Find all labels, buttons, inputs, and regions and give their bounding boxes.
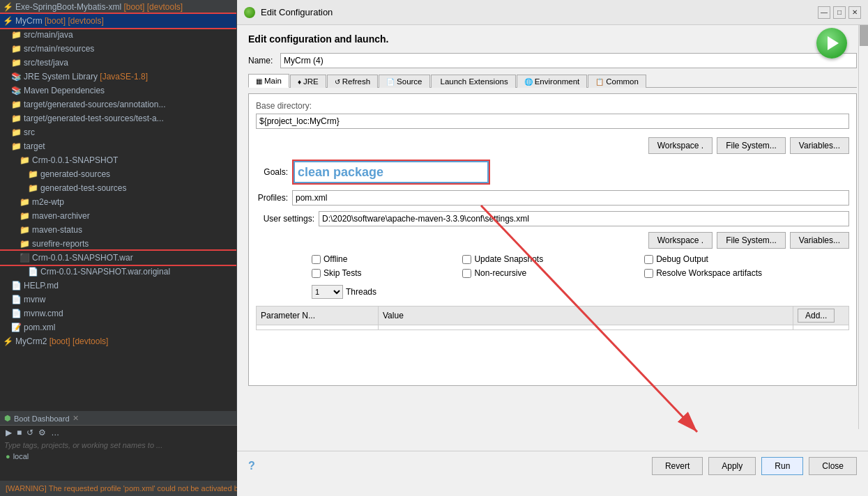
tab-refresh[interactable]: ↺Refresh [327, 75, 378, 88]
tree-item[interactable]: 📝pom.xml [0, 320, 236, 334]
tree-item[interactable]: 📁maven-status [0, 223, 236, 237]
checkbox-update_snapshots[interactable] [462, 255, 471, 264]
tree-item-label: m2e-wtp [32, 196, 64, 208]
library-icon: 📚 [11, 84, 22, 97]
threads-label: Threads [346, 287, 376, 297]
boot-toolbar-btn1[interactable]: ▶ [4, 427, 13, 438]
tree-item[interactable]: ⚡Exe-SpringBoot-Mybatis-xml [boot] [devt… [0, 0, 236, 14]
tree-item[interactable]: ⬛Crm-0.0.1-SNAPSHOT.war [0, 251, 236, 265]
profiles-label: Profiles: [256, 193, 292, 203]
tree-item[interactable]: 📁target/generated-test-sources/test-a... [0, 111, 236, 125]
checkbox-item-resolve_workspace: Resolve Workspace artifacts [644, 268, 849, 278]
close-badge: ✕ [73, 414, 79, 423]
tree-item[interactable]: ⚡MyCrm2 [boot] [devtools] [0, 334, 236, 348]
tree-item[interactable]: 📄HELP.md [0, 279, 236, 293]
tree-item[interactable]: 📁generated-sources [0, 167, 236, 181]
checkbox-label-resolve_workspace: Resolve Workspace artifacts [656, 268, 762, 278]
launch_extensions-tab-label: Launch Extensions [441, 77, 508, 86]
tab-jre[interactable]: ♦JRE [290, 75, 326, 88]
name-input[interactable] [280, 53, 857, 68]
tree-item[interactable]: 📁target [0, 139, 236, 153]
threads-select[interactable]: 1 2 4 [312, 285, 343, 299]
checkbox-resolve_workspace[interactable] [644, 269, 653, 278]
file-system-button-1[interactable]: File System... [717, 137, 786, 154]
tree-item[interactable]: 📁generated-test-sources [0, 181, 236, 195]
tree-item-label: target/generated-test-sources/test-a... [24, 112, 164, 125]
user-settings-input[interactable] [319, 211, 849, 226]
tree-item[interactable]: 📁m2e-wtp [0, 195, 236, 209]
tree-item-label: src/main/java [24, 29, 73, 41]
workspace-button-1[interactable]: Workspace . [648, 137, 713, 154]
checkbox-item-offline: Offline [312, 254, 448, 264]
run-button[interactable]: Run [761, 457, 803, 475]
tree-item-label: MyCrm [boot] [devtools] [15, 15, 104, 27]
tree-item-label: src [24, 126, 35, 139]
checkbox-non_recursive[interactable] [462, 269, 471, 278]
variables-button-1[interactable]: Variables... [790, 137, 849, 154]
scrollbar-thumb[interactable] [860, 25, 868, 46]
close-button[interactable]: ✕ [848, 6, 861, 19]
profiles-row: Profiles: [256, 190, 849, 206]
apply-button[interactable]: Apply [708, 457, 756, 475]
library-icon: 📚 [11, 70, 22, 83]
tab-launch_extensions[interactable]: Launch Extensions [431, 75, 516, 88]
run-button-large[interactable] [816, 28, 847, 59]
boot-toolbar-btn3[interactable]: ↺ [25, 427, 35, 438]
tree-item[interactable]: 📚JRE System Library [JavaSE-1.8] [0, 70, 236, 84]
checkbox-debug_output[interactable] [644, 255, 653, 264]
run-triangle-icon [828, 36, 839, 50]
boot-toolbar-btn4[interactable]: ⚙ [37, 427, 47, 438]
jre-tab-icon: ♦ [298, 78, 301, 86]
tree-item[interactable]: 📁Crm-0.0.1-SNAPSHOT [0, 153, 236, 167]
tree-item[interactable]: 📁src [0, 125, 236, 139]
checkbox-skip_tests[interactable] [312, 269, 321, 278]
user-settings-btn-row: Workspace . File System... Variables... [256, 232, 849, 249]
minimize-button[interactable]: — [818, 6, 830, 19]
tree-item[interactable]: 📄mvnw [0, 293, 236, 307]
close-button-footer[interactable]: Close [809, 457, 857, 475]
source-tab-icon: 📄 [386, 78, 395, 86]
add-parameter-button[interactable]: Add... [798, 309, 835, 323]
scrollbar[interactable] [858, 25, 868, 429]
maximize-button[interactable]: □ [833, 6, 846, 19]
tab-main[interactable]: ▦Main [248, 74, 289, 88]
tree-item[interactable]: 📁src/main/java [0, 28, 236, 42]
base-directory-row [256, 114, 849, 132]
boot-icon: ⚡ [3, 1, 13, 13]
tree-item[interactable]: 📄mvnw.cmd [0, 307, 236, 320]
tree-item[interactable]: 📁surefire-reports [0, 237, 236, 251]
xml-icon: 📝 [11, 321, 22, 334]
tree-item[interactable]: 📁src/main/resources [0, 42, 236, 56]
goals-input[interactable] [294, 161, 489, 183]
tree-item[interactable]: 📁target/generated-sources/annotation... [0, 98, 236, 111]
tree-item[interactable]: 📁src/test/java [0, 56, 236, 70]
tree-item-label: mvnw.cmd [24, 307, 63, 320]
base-directory-input[interactable] [256, 114, 849, 129]
boot-toolbar-btn2[interactable]: ■ [15, 427, 23, 438]
war-icon: ⬛ [20, 251, 30, 264]
folder-icon: 📁 [11, 56, 22, 69]
tab-environment[interactable]: 🌐Environment [517, 75, 588, 88]
tree-item[interactable]: 📚Maven Dependencies [0, 84, 236, 98]
tab-source[interactable]: 📄Source [379, 75, 429, 88]
boot-search-text: Type tags, projects, or working set name… [4, 441, 162, 449]
variables-button-2[interactable]: Variables... [790, 232, 849, 249]
boot-local-item[interactable]: ● local [0, 451, 237, 462]
tree-item-label: generated-sources [40, 168, 110, 180]
checkbox-offline[interactable] [312, 255, 321, 264]
profiles-input[interactable] [292, 190, 849, 206]
tree-item-label: Crm-0.0.1-SNAPSHOT [32, 154, 118, 166]
tree-item[interactable]: 📁maven-archiver [0, 209, 236, 223]
folder-icon: 📁 [11, 42, 22, 55]
tab-common[interactable]: 📋Common [588, 75, 646, 88]
boot-toolbar-btn5[interactable]: … [50, 427, 61, 438]
workspace-button-2[interactable]: Workspace . [648, 232, 713, 249]
help-button[interactable]: ? [248, 460, 255, 472]
boot-icon: ⚡ [3, 335, 13, 348]
checkbox-section: OfflineUpdate SnapshotsDebug OutputSkip … [256, 254, 849, 278]
revert-button[interactable]: Revert [652, 457, 703, 475]
environment-tab-icon: 🌐 [524, 78, 533, 86]
file-system-button-2[interactable]: File System... [717, 232, 786, 249]
tree-item[interactable]: ⚡MyCrm [boot] [devtools] [0, 14, 236, 28]
tree-item[interactable]: 📄Crm-0.0.1-SNAPSHOT.war.original [0, 265, 236, 279]
